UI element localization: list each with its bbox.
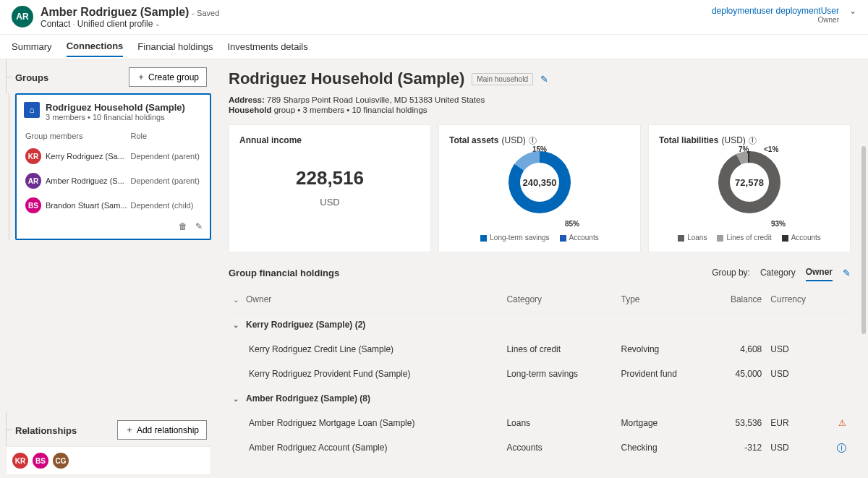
col-type[interactable]: Type bbox=[617, 287, 710, 312]
member-name: Amber Rodriguez (S... bbox=[46, 176, 124, 185]
row-type: Checking bbox=[617, 435, 710, 460]
total-liabilities-card: Total liabilities (USD) i 7% <1% 72,578 … bbox=[648, 124, 851, 252]
row-balance: -312 bbox=[709, 435, 766, 460]
main-household-tag: Main household bbox=[472, 73, 533, 85]
legend-item: Accounts bbox=[560, 234, 599, 242]
tab-investments-details[interactable]: Investments details bbox=[227, 37, 307, 56]
holdings-row[interactable]: Kerry Rodriguez Credit Line (Sample)Line… bbox=[229, 337, 851, 362]
chevron-down-icon[interactable]: ⌄ bbox=[233, 321, 242, 329]
address-label: Address: bbox=[229, 95, 265, 104]
member-role: Dependent (child) bbox=[131, 194, 201, 217]
relationship-avatar[interactable]: BS bbox=[33, 453, 48, 469]
row-balance: 53,536 bbox=[709, 411, 766, 435]
row-currency: EUR bbox=[766, 411, 829, 435]
row-category: Accounts bbox=[502, 435, 616, 460]
holdings-row[interactable]: Amber Rodriguez Mortgage Loan (Sample)Lo… bbox=[229, 411, 851, 435]
tab-connections[interactable]: Connections bbox=[67, 36, 124, 57]
card-title: Total liabilities bbox=[659, 135, 718, 145]
create-group-button[interactable]: ＋Create group bbox=[129, 67, 207, 87]
member-avatar: AR bbox=[25, 173, 41, 189]
group-subtext: 3 members • 10 financial holdings bbox=[46, 113, 185, 121]
group-card[interactable]: ⌂ Rodriguez Household (Sample) 3 members… bbox=[15, 93, 211, 240]
member-role: Dependent (parent) bbox=[131, 145, 201, 168]
groupby-owner[interactable]: Owner bbox=[806, 264, 833, 281]
income-value: 228,516 bbox=[239, 167, 420, 189]
edit-icon[interactable]: ✎ bbox=[540, 74, 548, 85]
edit-icon[interactable]: ✎ bbox=[195, 221, 203, 231]
row-currency: USD bbox=[766, 337, 829, 362]
groupby-category[interactable]: Category bbox=[760, 265, 796, 281]
holdings-row[interactable]: Kerry Rodriguez Provident Fund (Sample)L… bbox=[229, 362, 851, 386]
chevron-down-icon[interactable]: ⌄ bbox=[233, 395, 242, 403]
member-name: Brandon Stuart (Sam... bbox=[46, 201, 127, 210]
relationship-avatars: KRBSCG bbox=[6, 446, 211, 475]
member-row[interactable]: KRKerry Rodriguez (Sa...Dependent (paren… bbox=[25, 145, 201, 168]
tab-summary[interactable]: Summary bbox=[12, 37, 52, 56]
holdings-group-row[interactable]: ⌄Amber Rodriguez (Sample) (8) bbox=[229, 386, 851, 411]
edit-icon[interactable]: ✎ bbox=[843, 268, 851, 278]
chevron-down-icon[interactable]: ⌄ bbox=[155, 20, 161, 27]
row-currency: USD bbox=[766, 362, 829, 386]
chevron-down-icon[interactable]: ⌄ bbox=[849, 6, 856, 16]
legend-item: Loans bbox=[678, 234, 707, 242]
legend-item: Lines of credit bbox=[717, 234, 771, 242]
household-title: Rodriguez Household (Sample) bbox=[229, 69, 464, 88]
row-category: Loans bbox=[502, 411, 616, 435]
holdings-group-row[interactable]: ⌄Kerry Rodriguez (Sample) (2) bbox=[229, 312, 851, 338]
address-value: 789 Sharps Point Road Louisville, MD 513… bbox=[267, 95, 485, 104]
groupby-label: Group by: bbox=[712, 268, 750, 278]
plus-icon: ＋ bbox=[137, 71, 145, 83]
income-unit: USD bbox=[239, 197, 420, 208]
row-category: Lines of credit bbox=[502, 337, 616, 362]
saved-indicator: - Saved bbox=[192, 9, 219, 17]
warning-icon: ⚠ bbox=[838, 418, 846, 428]
group-members-table: Group membersRole KRKerry Rodriguez (Sa.… bbox=[24, 127, 203, 218]
liabilities-legend: LoansLines of creditAccounts bbox=[659, 234, 840, 242]
member-avatar: BS bbox=[25, 197, 41, 213]
household-meta-strong: Household bbox=[229, 106, 271, 114]
row-balance: 4,608 bbox=[709, 337, 766, 362]
tab-financial-holdings[interactable]: Financial holdings bbox=[137, 37, 213, 56]
contact-avatar: AR bbox=[12, 6, 33, 27]
relationships-section-title: Relationships bbox=[11, 418, 81, 442]
row-owner: Amber Rodriguez Mortgage Loan (Sample) bbox=[229, 411, 502, 435]
member-row[interactable]: BSBrandon Stuart (Sam...Dependent (child… bbox=[25, 194, 201, 217]
relationship-avatar[interactable]: CG bbox=[53, 453, 69, 469]
member-row[interactable]: ARAmber Rodriguez (S...Dependent (parent… bbox=[25, 169, 201, 192]
holdings-row[interactable]: Amber Rodriguez Account (Sample)Accounts… bbox=[229, 435, 851, 460]
card-title: Annual income bbox=[239, 135, 420, 145]
owner-user-link[interactable]: deploymentuser deploymentUser bbox=[712, 6, 839, 16]
holdings-title: Group financial holdings bbox=[229, 268, 339, 278]
card-title: Total assets bbox=[449, 135, 498, 145]
relationship-avatar[interactable]: KR bbox=[12, 453, 28, 469]
group-name: Rodriguez Household (Sample) bbox=[46, 102, 185, 113]
groups-section-title: Groups bbox=[11, 65, 53, 89]
row-type: Provident fund bbox=[617, 362, 710, 386]
row-owner: Kerry Rodriguez Provident Fund (Sample) bbox=[229, 362, 502, 386]
row-type: Revolving bbox=[617, 337, 710, 362]
contact-title: Amber Rodriguez (Sample) bbox=[41, 6, 189, 18]
col-balance[interactable]: Balance bbox=[709, 287, 766, 312]
info-icon[interactable]: i bbox=[837, 443, 846, 453]
chevron-down-icon[interactable]: ⌄ bbox=[233, 296, 242, 304]
delete-icon[interactable]: 🗑 bbox=[179, 221, 187, 231]
legend-item: Accounts bbox=[782, 234, 821, 242]
col-members: Group members bbox=[25, 129, 129, 143]
col-currency[interactable]: Currency bbox=[766, 287, 829, 312]
info-icon[interactable]: i bbox=[749, 137, 757, 145]
row-owner: Amber Rodriguez Account (Sample) bbox=[229, 435, 502, 460]
add-relationship-button[interactable]: ＋Add relationship bbox=[117, 420, 207, 440]
col-owner[interactable]: Owner bbox=[246, 294, 271, 304]
scrollbar[interactable] bbox=[861, 146, 866, 334]
col-role: Role bbox=[131, 129, 201, 143]
form-selector[interactable]: Unified client profile bbox=[77, 19, 153, 29]
household-meta: group • 3 members • 10 financial holding… bbox=[274, 106, 427, 114]
info-icon[interactable]: i bbox=[529, 137, 537, 145]
entity-label: Contact bbox=[41, 19, 70, 29]
member-name: Kerry Rodriguez (Sa... bbox=[46, 152, 124, 161]
assets-donut-chart: 240,350 bbox=[509, 151, 571, 213]
plus-icon: ＋ bbox=[125, 424, 134, 436]
liabilities-donut-chart: 72,578 bbox=[718, 151, 780, 213]
owner-role: Owner bbox=[712, 16, 839, 24]
col-category[interactable]: Category bbox=[502, 287, 616, 312]
